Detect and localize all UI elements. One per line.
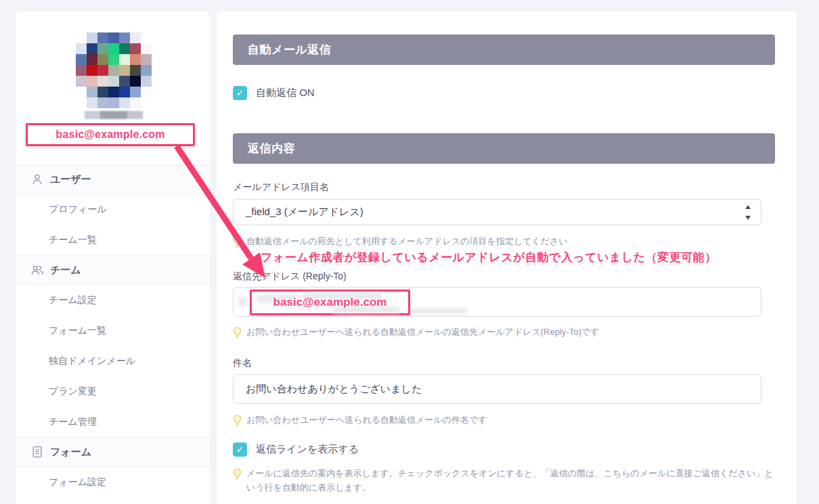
email-field-select-value: _field_3 (メールアドレス)	[246, 206, 363, 219]
sidebar-item-form-list[interactable]: フォーム一覧	[16, 315, 210, 346]
auto-reply-checkbox[interactable]: ✓	[233, 86, 247, 100]
hint-text: お問い合わせユーザーへ送られる自動返信メールの件名です	[246, 413, 487, 427]
sidebar-section-user: ユーザー	[16, 164, 210, 194]
avatar-pedestal	[85, 111, 143, 119]
sidebar-section-label: チーム	[50, 264, 81, 277]
sidebar-section-label: フォーム	[50, 446, 91, 459]
lightbulb-icon	[233, 236, 242, 252]
check-icon: ✓	[236, 444, 244, 455]
pink-annotation-text: フォーム作成者が登録しているメールアドレスが自動で入っていました（変更可能）	[261, 250, 717, 265]
sidebar-item-profile[interactable]: プロフィール	[16, 194, 210, 225]
main-panel: 自動メール返信 ✓ 自動返信 ON 返信内容 メールアドレス項目名 _field…	[217, 12, 797, 504]
sidebar-section-team: チーム	[16, 255, 210, 285]
blurred-pixel	[406, 308, 467, 314]
document-icon	[30, 446, 44, 458]
hint-text: お問い合わせユーザーへ送られる自動返信メールの返信先メールアドレス(Reply-…	[246, 325, 599, 339]
reply-to-input[interactable]: basic@example.com	[233, 287, 761, 317]
sidebar-nav: ユーザー プロフィール チーム一覧 チーム チーム設定 フォーム一覧 独自ドメイ…	[16, 164, 210, 497]
reply-line-checkbox[interactable]: ✓	[233, 442, 247, 457]
lightbulb-icon	[233, 327, 242, 342]
reply-to-highlight-box: basic@example.com	[250, 290, 410, 315]
auto-reply-checkbox-label: 自動返信 ON	[256, 87, 315, 99]
reply-line-checkbox-row: ✓ 返信ラインを表示する	[233, 442, 359, 457]
email-field-label: メールアドレス項目名	[233, 181, 329, 193]
reply-line-checkbox-label: 返信ラインを表示する	[256, 443, 359, 456]
subject-value: お問い合わせありがとうございました	[246, 383, 422, 396]
sidebar-item-team-settings[interactable]: チーム設定	[16, 285, 210, 315]
sidebar-section-form: フォーム	[16, 437, 210, 467]
reply-line-hint: メールに返信先の案内を表示します。チェックボックスをオンにすると、「返信の際は、…	[233, 466, 774, 495]
subject-label: 件名	[233, 357, 252, 369]
sidebar-item-plan-change[interactable]: プラン変更	[16, 376, 210, 407]
subject-hint: お問い合わせユーザーへ送られる自動返信メールの件名です	[233, 413, 487, 430]
subject-input[interactable]: お問い合わせありがとうございました	[233, 374, 761, 404]
sidebar-item-team-list[interactable]: チーム一覧	[16, 225, 210, 255]
lightbulb-icon	[233, 415, 242, 430]
email-annotation-text: basic@example.com	[56, 129, 164, 141]
lightbulb-icon	[233, 468, 242, 484]
avatar-mosaic	[76, 32, 152, 108]
users-icon	[30, 264, 44, 276]
email-annotation-badge: basic@example.com	[26, 123, 195, 146]
user-icon	[30, 173, 44, 185]
email-field-select[interactable]: _field_3 (メールアドレス)	[233, 199, 761, 225]
section-title: 自動メール返信	[248, 42, 331, 58]
section-header-auto-mail-reply: 自動メール返信	[233, 35, 775, 65]
sidebar-section-label: ユーザー	[50, 173, 91, 186]
sidebar-item-team-manage[interactable]: チーム管理	[16, 407, 210, 437]
auto-reply-checkbox-row: ✓ 自動返信 ON	[233, 86, 315, 100]
check-icon: ✓	[236, 88, 244, 98]
hint-text: メールに返信先の案内を表示します。チェックボックスをオンにすると、「返信の際は、…	[246, 466, 774, 495]
sidebar-item-form-settings[interactable]: フォーム設定	[16, 467, 210, 497]
reply-to-value: basic@example.com	[273, 296, 387, 309]
reply-to-hint: お問い合わせユーザーへ送られる自動返信メールの返信先メールアドレス(Reply-…	[233, 325, 599, 342]
avatar	[76, 32, 152, 108]
hint-text: 自動返信メールの宛先として利用するメールアドレスの項目を指定してください	[246, 234, 568, 248]
reply-to-label: 返信先アドレス (Reply-To)	[233, 271, 347, 283]
sidebar-item-custom-domain-mail[interactable]: 独自ドメインメール	[16, 346, 210, 376]
up-down-arrows-icon	[745, 204, 751, 223]
section-header-reply-content: 返信内容	[233, 133, 775, 164]
blurred-pixel	[238, 297, 247, 306]
section-title: 返信内容	[248, 141, 295, 156]
sidebar: basic@example.com ユーザー プロフィール チーム一覧 チーム …	[16, 12, 210, 504]
